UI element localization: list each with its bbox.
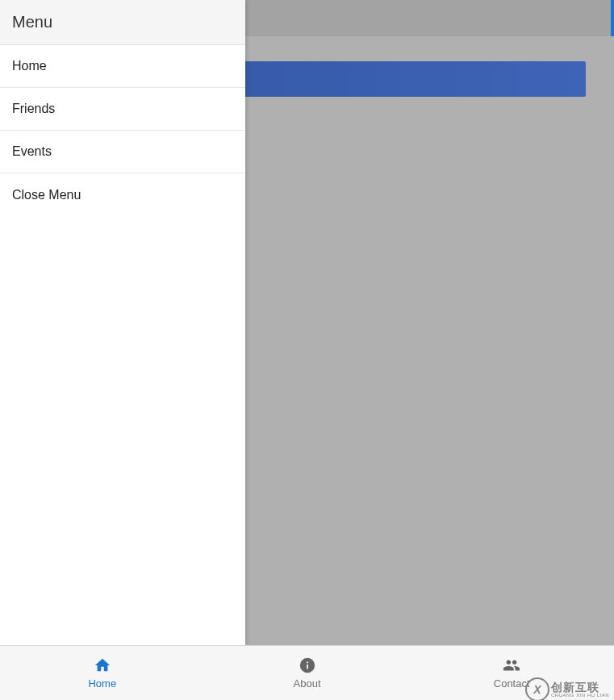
drawer-list: Home Friends Events Close Menu <box>0 45 245 216</box>
people-icon <box>503 656 520 674</box>
home-icon <box>94 656 111 674</box>
side-drawer: Menu Home Friends Events Close Menu <box>0 0 245 645</box>
tab-about[interactable]: About <box>205 646 410 700</box>
bottom-tab-bar: Home About Contact <box>0 645 614 700</box>
drawer-item-label: Close Menu <box>12 188 81 202</box>
tab-home[interactable]: Home <box>0 646 205 700</box>
info-icon <box>299 656 316 674</box>
tab-contact[interactable]: Contact <box>409 646 614 700</box>
drawer-item-home[interactable]: Home <box>0 45 245 88</box>
tab-label: Home <box>88 677 116 690</box>
tab-label: About <box>294 677 321 690</box>
drawer-item-label: Home <box>12 59 47 73</box>
drawer-title: Menu <box>12 13 52 31</box>
drawer-item-label: Events <box>12 144 52 159</box>
drawer-item-friends[interactable]: Friends <box>0 88 245 131</box>
tab-label: Contact <box>494 677 530 690</box>
drawer-header: Menu <box>0 0 245 45</box>
drawer-item-events[interactable]: Events <box>0 131 245 173</box>
drawer-item-label: Friends <box>12 102 55 116</box>
drawer-item-close-menu[interactable]: Close Menu <box>0 173 245 216</box>
header-accent <box>611 0 614 36</box>
